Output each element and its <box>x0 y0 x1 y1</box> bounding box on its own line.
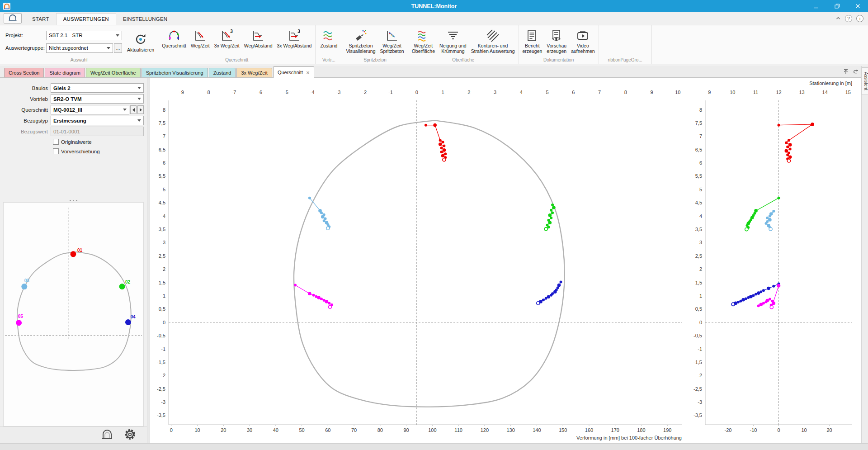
querschnitt-chart: -9-8-7-6-5-4-3-2-1012345678910-3,5-3-2,5… <box>150 78 692 443</box>
series-03-point <box>772 210 775 213</box>
ribbon-button-konturen-und-strahlen-auswertung[interactable]: Konturen- und Strahlen Auswertung <box>469 26 517 57</box>
minimap-point-01[interactable] <box>70 251 76 257</box>
baulos-select[interactable]: Gleis 2 <box>51 83 144 93</box>
minimap-point-03[interactable] <box>21 284 27 289</box>
svg-text:3: 3 <box>163 240 165 245</box>
ribbon-tab-einstellungen[interactable]: EINSTELLUNGEN <box>116 14 174 25</box>
svg-text:120: 120 <box>481 427 489 433</box>
ribbon-button-spritzbeton-visualisierung[interactable]: Spritzbeton Visualisierung <box>344 26 377 57</box>
next-querschnitt-button[interactable] <box>137 105 144 114</box>
svg-text:-9: -9 <box>179 90 184 95</box>
ribbon-button-label: Spritzbeton Visualisierung <box>346 43 375 54</box>
series-02-point <box>754 209 758 213</box>
svg-text:-0,5: -0,5 <box>157 333 165 338</box>
svg-text:-2,5: -2,5 <box>693 386 702 392</box>
auswertegruppe-select[interactable]: Nicht zugeordnet <box>46 43 113 53</box>
collapse-ribbon-icon[interactable] <box>835 14 841 23</box>
doc-tab-cross-section[interactable]: Cross Section <box>4 68 44 77</box>
ribbon-tab-start[interactable]: START <box>25 14 56 25</box>
doc-tab-spritzbeton-visualisierung[interactable]: Spritzbeton Visualisierung <box>142 68 208 77</box>
ribbon-button-label: Weg/Zeit Oberfläche <box>412 43 435 54</box>
vortrieb-select[interactable]: SR2-O TVM <box>51 94 144 104</box>
minimap-point-05[interactable] <box>16 320 22 326</box>
doc-tab-zustand[interactable]: Zustand <box>209 68 236 77</box>
ribbon-button-weg-zeit-spritzbeton[interactable]: Weg/Zeit Spritzbeton <box>378 26 406 57</box>
info-icon[interactable]: i <box>856 15 863 22</box>
ribbon-button-label: Weg/Zeit <box>191 43 210 48</box>
vertical-splitter[interactable] <box>147 78 150 443</box>
ribbon-button-label: Neigung und Krümmung <box>439 43 467 54</box>
help-icon[interactable]: ? <box>845 15 852 22</box>
close-button[interactable] <box>847 0 868 12</box>
window-title: TUNNEL:Monitor <box>0 3 868 9</box>
doc-tab-3x-weg-zeit[interactable]: 3x Weg/Zeit <box>236 68 272 77</box>
minimap-tunnel-button[interactable] <box>100 428 114 442</box>
series-01-point <box>439 139 442 142</box>
svg-text:130: 130 <box>506 427 514 433</box>
ribbon-button-bericht-erzeugen[interactable]: Bericht erzeugen <box>520 26 545 57</box>
vorverschiebung-checkbox[interactable] <box>53 148 59 154</box>
ribbon-button-neigung-und-krümmung[interactable]: Neigung und Krümmung <box>437 26 469 57</box>
series-05-point <box>312 294 315 297</box>
app-menu-button[interactable] <box>4 13 22 24</box>
ribbon-tab-auswertungen[interactable]: AUSWERTUNGEN <box>56 13 116 25</box>
horizontal-splitter[interactable] <box>0 199 147 202</box>
svg-text:7,5: 7,5 <box>159 120 165 126</box>
projekt-select[interactable]: SBT 2.1 - STR <box>46 31 122 40</box>
doc-tab-weg-zeit-oberfläche[interactable]: Weg/Zeit Oberfläche <box>86 68 141 77</box>
series-01-point <box>785 141 788 144</box>
series-01-point <box>788 143 792 147</box>
maximize-button[interactable] <box>826 0 847 12</box>
bezugstyp-select[interactable]: Erstmessung <box>51 116 144 125</box>
svg-text:3,5: 3,5 <box>695 227 702 232</box>
prev-querschnitt-button[interactable] <box>130 105 137 114</box>
ribbon-button-zustand[interactable]: Zustand <box>317 26 340 57</box>
series-04-point <box>760 290 762 293</box>
svg-text:1: 1 <box>441 90 444 95</box>
ribbon-button-weg-zeit[interactable]: Weg/Zeit <box>189 26 212 57</box>
chevron-down-icon <box>123 109 127 111</box>
ribbon-button-querschnitt[interactable]: Querschnitt <box>160 26 189 57</box>
svg-text:9: 9 <box>651 90 653 95</box>
svg-text:-2: -2 <box>161 373 165 378</box>
minimap-point-02[interactable] <box>119 284 125 289</box>
assistent-tab[interactable]: Assistent <box>862 67 868 95</box>
chevron-down-icon <box>137 98 141 100</box>
ribbon-button-video-aufnehmen[interactable]: Video aufnehmen <box>569 26 597 57</box>
window-bottom-edge <box>0 443 868 450</box>
ribbon-button-weg-abstand[interactable]: Weg/Abstand <box>242 26 275 57</box>
tab-nav-back-icon[interactable] <box>853 68 859 76</box>
querschnitt-select[interactable]: MQ-0012_III <box>51 105 129 114</box>
auswertegruppe-label: Auswertegruppe: <box>5 45 46 51</box>
minimap-settings-button[interactable] <box>123 428 137 442</box>
svg-text:11: 11 <box>753 90 758 95</box>
series-04-point <box>752 294 755 297</box>
series-01-line <box>779 124 813 161</box>
originalwerte-checkbox[interactable] <box>53 139 59 145</box>
svg-text:1: 1 <box>163 293 165 298</box>
series-02-point <box>551 212 554 214</box>
close-tab-icon[interactable]: × <box>306 70 310 76</box>
ribbon-button-aktualisieren[interactable]: Aktualisieren <box>125 30 156 53</box>
series-02-point <box>550 217 552 219</box>
doc-tab-querschnitt[interactable]: Querschnitt× <box>273 66 314 78</box>
svg-text:3: 3 <box>699 240 702 245</box>
ribbon-button-label: Zustand <box>320 43 337 48</box>
series-04-point <box>542 298 545 301</box>
minimap-point-04[interactable] <box>125 319 131 325</box>
stationierung-chart: 9101112131415Stationierung in [m]-3,5-3-… <box>692 78 861 443</box>
ribbon-button-label: Vorschau erzeugen <box>547 43 566 54</box>
ribbon-button-3x-weg-zeit[interactable]: 33x Weg/Zeit <box>212 26 242 57</box>
series-04-point <box>539 300 542 303</box>
tab-nav-up-icon[interactable] <box>843 68 849 76</box>
ribbon-group-label: ribbonPageGro... <box>600 57 650 64</box>
more-options-button[interactable]: ... <box>114 43 122 53</box>
ribbon-group-label: Vortr... <box>317 57 340 64</box>
minimize-button[interactable] <box>806 0 826 12</box>
ribbon-button-vorschau-erzeugen[interactable]: Vorschau erzeugen <box>544 26 569 57</box>
svg-text:5,5: 5,5 <box>159 173 165 179</box>
ribbon-button-weg-zeit-oberfläche[interactable]: Weg/Zeit Oberfläche <box>410 26 437 57</box>
doc-tab-state-diagram[interactable]: State diagram <box>45 68 85 77</box>
svg-text:30: 30 <box>247 427 252 433</box>
ribbon-button-3x-weg-abstand[interactable]: 33x Weg/Abstand <box>275 26 314 57</box>
